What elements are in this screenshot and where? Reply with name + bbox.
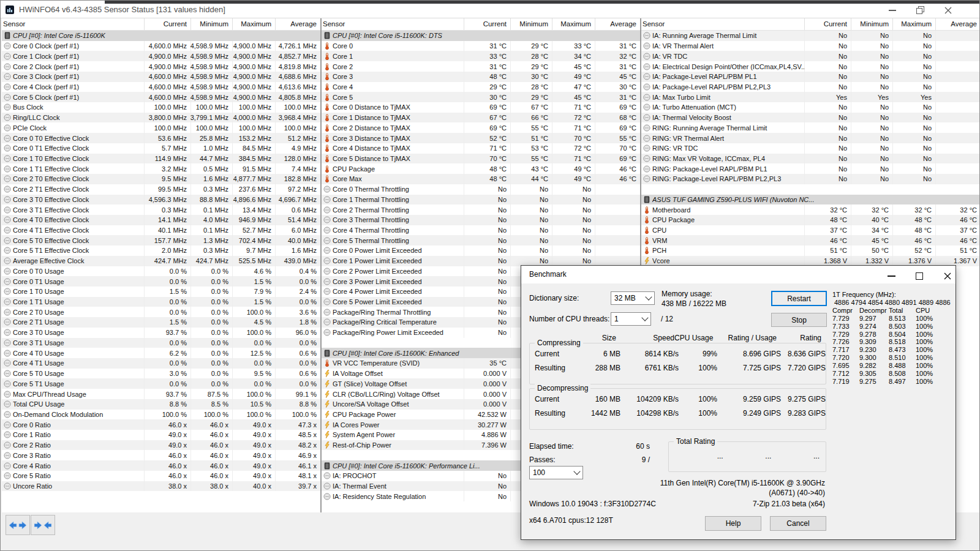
sensor-row[interactable]: Core 0 T1 Effective Clock5.7 MHz1.0 MHz8… (2, 143, 320, 154)
sensor-row[interactable]: Core 3 Clock (perf #1)4,600.0 MHz4,598.9… (2, 72, 320, 82)
sensor-row[interactable]: Core 4 Distance to TjMAX71 °C53 °C72 °C7… (322, 143, 640, 154)
sensor-row[interactable]: Core 429 °C28 °C47 °C30 °C (322, 82, 640, 92)
sensor-row[interactable]: Core 348 °C30 °C49 °C45 °C (322, 72, 640, 82)
sensor-row[interactable]: RING: Max VR Voltage, ICCmax, PL4NoNoNo (641, 154, 980, 164)
sensor-row[interactable]: Core 2 Thermal ThrottlingNoNoNo (322, 204, 640, 215)
passes-select[interactable]: 100 (529, 466, 583, 479)
sensor-row[interactable]: Core 2 T0 Usage0.0 %0.0 %100.0 %3.6 % (2, 307, 320, 317)
stop-button[interactable]: Stop (771, 313, 827, 327)
sensor-row[interactable]: Core 3 T1 Effective Clock0.3 MHz0.1 MHz1… (2, 204, 320, 215)
sensor-row[interactable]: Core 1 T0 Effective Clock114.9 MHz44.7 M… (2, 154, 320, 164)
sensor-row[interactable]: Core 5 T1 Effective Clock2.0 MHz0.3 MHz9… (2, 246, 320, 256)
sensor-row[interactable]: Core 5 Ratio46.0 x46.0 x49.0 x48.1 x (2, 471, 320, 481)
sensor-row[interactable]: Core 0 Clock (perf #1)4,600.0 MHz4,598.9… (2, 41, 320, 51)
sensor-row[interactable]: CPU Package48 °C43 °C49 °C46 °C (322, 163, 640, 174)
restart-button[interactable]: Restart (771, 291, 827, 306)
sensor-row[interactable]: IA: Running Average Thermal LimitNoNoNo (641, 31, 980, 41)
sensor-row[interactable]: IA: VR Thermal AlertNoNoNo (641, 41, 980, 51)
sensor-section-row[interactable]: CPU [#0]: Intel Core i5-11600K: DTS (322, 31, 640, 41)
sensor-row[interactable]: Ring/LLC Clock3,800.0 MHz3,799.1 MHz4,00… (2, 113, 320, 123)
sensor-row[interactable]: Core 4 T1 Usage0.0 %0.0 %0.0 %0.0 % (2, 358, 320, 369)
sensor-row[interactable]: Core 031 °C29 °C33 °C31 °C (322, 41, 640, 51)
sensor-row[interactable]: VRM46 °C45 °C46 °C46 °C (641, 235, 980, 246)
sensor-row[interactable]: RING: Package-Level RAPL/PBM PL1NoNoNo (641, 163, 980, 174)
sensor-row[interactable]: IA: Max Turbo LimitYesYesYes (641, 92, 980, 102)
sensor-row[interactable]: IA: Thermal Velocity BoostNoNoNo (641, 113, 980, 123)
sensor-row[interactable]: CPU Package48 °C40 °C48 °C46 °C (641, 215, 980, 225)
sensor-section-row[interactable]: CPU [#0]: Intel Core i5-11600K (2, 31, 320, 41)
sensor-row[interactable]: Core 4 Ratio46.0 x46.0 x49.0 x46.1 x (2, 460, 320, 471)
collapse-columns-button[interactable] (31, 515, 55, 535)
sensor-row[interactable]: IA: Package-Level RAPL/PBM PL2,PL3NoNoNo (641, 82, 980, 92)
sensor-row[interactable]: Bus Clock100.0 MHz100.0 MHz100.0 MHz100.… (2, 102, 320, 113)
sensor-row[interactable]: Core 4 T0 Effective Clock14.1 MHz4.0 MHz… (2, 215, 320, 225)
minimize-icon[interactable] (886, 271, 898, 280)
maximize-icon[interactable] (914, 271, 926, 280)
sensor-row[interactable]: Core 4 T1 Effective Clock40.1 MHz0.1 MHz… (2, 225, 320, 236)
sensor-row[interactable]: Core 2 Distance to TjMAX69 °C55 °C71 °C6… (322, 122, 640, 133)
close-icon[interactable] (943, 6, 953, 13)
sensor-row[interactable]: Core 0 Power Limit ExceededNoNoNo (322, 246, 640, 256)
sensor-row[interactable]: Core 2 Clock (perf #1)4,900.0 MHz4,598.9… (2, 61, 320, 72)
sensor-row[interactable]: RING: Running Average Thermal LimitNoNoN… (641, 122, 980, 133)
benchmark-title-bar[interactable]: Benchmark (521, 266, 956, 283)
sensor-row[interactable]: Core 2 Ratio49.0 x46.0 x49.0 x48.2 x (2, 440, 320, 451)
sensor-row[interactable]: RING: Package-Level RAPL/PBM PL2,PL3NoNo… (641, 174, 980, 184)
sensor-row[interactable]: Core 2 T0 Effective Clock9.5 MHz1.6 MHz4… (2, 174, 320, 184)
sensor-row[interactable]: Core 0 T0 Usage0.0 %0.0 %4.6 %0.4 % (2, 266, 320, 277)
column-header-row[interactable]: Sensor CurrentMinimum MaximumAverage (641, 18, 980, 31)
sensor-row[interactable]: Core 5 T1 Usage0.0 %0.0 %0.0 %0.0 % (2, 378, 320, 389)
sensor-row[interactable]: Core 5 Thermal ThrottlingNoNoNo (322, 235, 640, 246)
sensor-row[interactable]: Core 3 Distance to TjMAX52 °C51 °C70 °C5… (322, 133, 640, 143)
sensor-row[interactable]: Core 1 Ratio49.0 x46.0 x49.0 x48.5 x (2, 430, 320, 440)
sensor-row[interactable]: Core 5 T0 Effective Clock157.7 MHz1.3 MH… (2, 235, 320, 246)
sensor-row[interactable]: Core 3 T0 Effective Clock4,596.3 MHz88.8… (2, 195, 320, 205)
sensor-row[interactable]: Max CPU/Thread Usage93.7 %87.5 %100.0 %9… (2, 389, 320, 399)
column-header-row[interactable]: Sensor CurrentMinimum MaximumAverage (2, 18, 320, 31)
sensor-row[interactable]: RING: VR TDCNoNoNo (641, 143, 980, 154)
sensor-row[interactable]: Core 3 T1 Usage0.0 %0.0 %0.0 %0.0 % (2, 338, 320, 348)
restore-icon[interactable] (915, 6, 925, 13)
help-button[interactable]: Help (705, 516, 761, 531)
sensor-row[interactable]: Average Effective Clock424.7 MHz424.7 MH… (2, 256, 320, 266)
sensor-row[interactable]: Core 1 T1 Effective Clock3.2 MHz0.5 MHz9… (2, 163, 320, 174)
sensor-row[interactable]: Core 3 T0 Usage93.7 %0.0 %100.0 %96.0 % (2, 328, 320, 338)
sensor-row[interactable]: Core 1 Thermal ThrottlingNoNoNo (322, 195, 640, 205)
sensor-row[interactable]: Core 4 Thermal ThrottlingNoNoNo (322, 225, 640, 236)
cancel-button[interactable]: Cancel (770, 516, 826, 531)
expand-columns-button[interactable] (6, 515, 30, 535)
sensor-row[interactable]: IA: Turbo Attenuation (MCT)NoNoNo (641, 102, 980, 113)
sensor-row[interactable]: Core 2 T1 Effective Clock99.5 MHz0.3 MHz… (2, 184, 320, 195)
sensor-row[interactable]: Core 133 °C28 °C34 °C32 °C (322, 51, 640, 61)
sensor-row[interactable]: Core 0 T0 Effective Clock53.6 MHz25.8 MH… (2, 133, 320, 143)
sensor-row[interactable]: IA: Package-Level RAPL/PBM PL1NoNoNo (641, 72, 980, 82)
sensor-row[interactable]: Core 231 °C29 °C45 °C31 °C (322, 61, 640, 72)
sensor-row[interactable]: PCH51 °C50 °C52 °C51 °C (641, 246, 980, 256)
sensor-row[interactable]: Core 1 Clock (perf #1)4,900.0 MHz4,598.9… (2, 51, 320, 61)
sensor-row[interactable]: Core 1 T1 Usage0.0 %0.0 %1.5 %0.0 % (2, 297, 320, 307)
sensor-row[interactable]: IA: Electrical Design Point/Other (ICCma… (641, 61, 980, 72)
sensor-row[interactable]: Core Max48 °C44 °C49 °C46 °C (322, 174, 640, 184)
cpu-threads-select[interactable]: 1 (611, 312, 651, 326)
dictionary-size-select[interactable]: 32 MB (611, 291, 655, 305)
sensor-section-row[interactable]: ASUS TUF GAMING Z590-PLUS WIFI (Nuvoton … (641, 195, 980, 205)
sensor-row[interactable]: IA: VR TDCNoNoNo (641, 51, 980, 61)
sensor-row[interactable]: Core 0 Ratio46.0 x46.0 x49.0 x47.3 x (2, 419, 320, 430)
column-header-row[interactable]: Sensor CurrentMinimum MaximumAverage (322, 18, 640, 31)
sensor-row[interactable]: Motherboard32 °C32 °C32 °C32 °C (641, 204, 980, 215)
sensor-row[interactable]: On-Demand Clock Modulation100.0 %100.0 %… (2, 410, 320, 420)
sensor-row[interactable]: Core 0 Thermal ThrottlingNoNoNo (322, 184, 640, 195)
sensor-row[interactable]: RING: VR Thermal AlertNoNoNo (641, 133, 980, 143)
sensor-row[interactable]: Uncore Ratio38.0 x38.0 x40.0 x39.7 x (2, 481, 320, 492)
sensor-row[interactable]: Core 4 T0 Usage6.2 %0.0 %12.5 %0.6 % (2, 348, 320, 358)
sensor-row[interactable]: Core 2 T1 Usage1.5 %0.0 %4.5 %1.8 % (2, 317, 320, 328)
sensor-row[interactable]: Core 5 Distance to TjMAX70 °C55 °C71 °C6… (322, 154, 640, 164)
sensor-row[interactable]: Core 1 T0 Usage1.5 %0.0 %7.9 %2.4 % (2, 287, 320, 297)
sensor-row[interactable]: Core 530 °C29 °C45 °C31 °C (322, 92, 640, 102)
sensor-row[interactable]: Core 0 Distance to TjMAX69 °C67 °C71 °C6… (322, 102, 640, 113)
sensor-row[interactable]: Core 5 Clock (perf #1)4,600.0 MHz4,598.9… (2, 92, 320, 102)
sensor-row[interactable]: Core 3 Ratio46.0 x46.0 x49.0 x46.9 x (2, 450, 320, 460)
sensor-row[interactable]: CPU37 °C34 °C48 °C37 °C (641, 225, 980, 236)
sensor-row[interactable]: Total CPU Usage8.8 %8.5 %10.5 %8.8 % (2, 399, 320, 410)
minimize-icon[interactable] (888, 6, 897, 13)
